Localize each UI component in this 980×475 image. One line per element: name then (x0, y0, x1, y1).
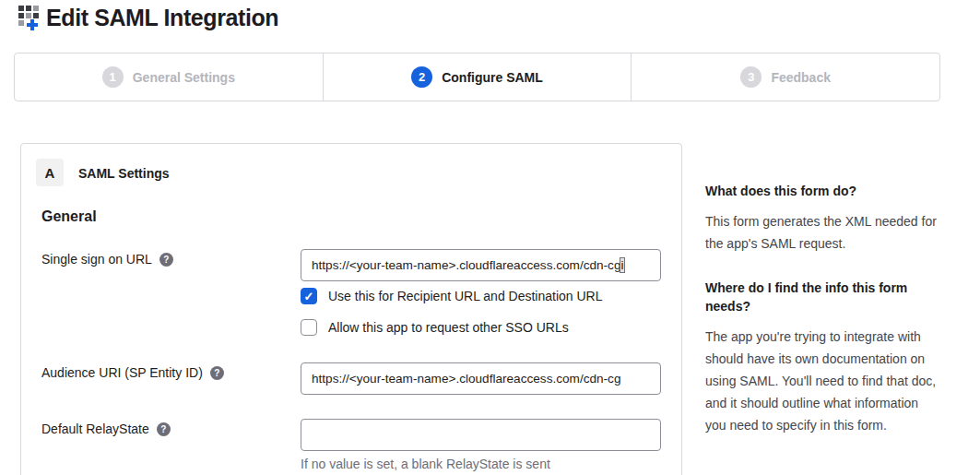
add-application-grid-icon (18, 4, 44, 31)
step-1-label: General Settings (133, 70, 235, 85)
step-configure-saml[interactable]: 2 Configure SAML (323, 53, 632, 101)
step-1-number-badge: 1 (102, 66, 124, 88)
default-relaystate-helper-text: If no value is set, a blank RelayState i… (301, 457, 550, 471)
default-relaystate-input[interactable] (301, 419, 661, 451)
help-icon[interactable]: ? (159, 253, 173, 267)
sidebar-paragraph-where: The app you're trying to integrate with … (705, 326, 938, 436)
single-sign-on-url-value: https://<your-team-name>.cloudflareacces… (312, 258, 620, 272)
section-a-badge: A (36, 159, 64, 186)
single-sign-on-url-input[interactable]: https://<your-team-name>.cloudflareacces… (301, 249, 661, 281)
wizard-stepper: 1 General Settings 2 Configure SAML 3 Fe… (14, 53, 940, 101)
other-sso-urls-checkbox-row[interactable]: Allow this app to request other SSO URLs (301, 319, 569, 336)
other-sso-urls-checkbox-label[interactable]: Allow this app to request other SSO URLs (328, 320, 569, 335)
single-sign-on-url-label: Single sign on URL (41, 252, 152, 267)
audience-uri-input[interactable]: https://<your-team-name>.cloudflareacces… (301, 362, 661, 395)
step-3-number-badge: 3 (740, 66, 762, 88)
saml-settings-panel: A SAML Settings General Single sign on U… (20, 143, 682, 475)
section-title: SAML Settings (78, 166, 170, 181)
text-cursor: i (620, 258, 623, 272)
help-sidebar: What does this form do? This form genera… (705, 182, 938, 436)
step-general-settings[interactable]: 1 General Settings (15, 53, 323, 101)
step-2-label: Configure SAML (442, 70, 543, 85)
audience-uri-value: https://<your-team-name>.cloudflareacces… (312, 372, 620, 386)
audience-uri-label: Audience URI (SP Entity ID) (41, 365, 203, 380)
default-relaystate-label-row: Default RelayState ? (41, 422, 171, 436)
sidebar-paragraph-what: This form generates the XML needed for t… (705, 210, 938, 255)
recipient-destination-checkbox-label[interactable]: Use this for Recipient URL and Destinati… (328, 289, 603, 303)
step-2-number-badge: 2 (411, 66, 432, 88)
recipient-destination-checkbox[interactable]: ✓ (301, 288, 317, 304)
step-feedback[interactable]: 3 Feedback (631, 53, 939, 101)
checkmark-icon: ✓ (304, 291, 314, 303)
single-sign-on-url-label-row: Single sign on URL ? (41, 252, 173, 267)
audience-uri-label-row: Audience URI (SP Entity ID) ? (41, 365, 224, 380)
general-group-heading: General (41, 208, 97, 225)
edit-saml-integration-page: Edit SAML Integration 1 General Settings… (0, 0, 980, 475)
step-3-label: Feedback (771, 70, 831, 85)
help-icon[interactable]: ? (210, 366, 224, 380)
sidebar-heading-where: Where do I find the info this form needs… (705, 279, 938, 315)
help-icon[interactable]: ? (157, 422, 171, 436)
page-title: Edit SAML Integration (46, 5, 278, 31)
sidebar-heading-what: What does this form do? (705, 182, 938, 200)
page-header: Edit SAML Integration (18, 4, 278, 31)
other-sso-urls-checkbox[interactable] (301, 319, 317, 336)
recipient-destination-checkbox-row[interactable]: ✓ Use this for Recipient URL and Destina… (301, 288, 603, 304)
default-relaystate-label: Default RelayState (41, 422, 149, 436)
